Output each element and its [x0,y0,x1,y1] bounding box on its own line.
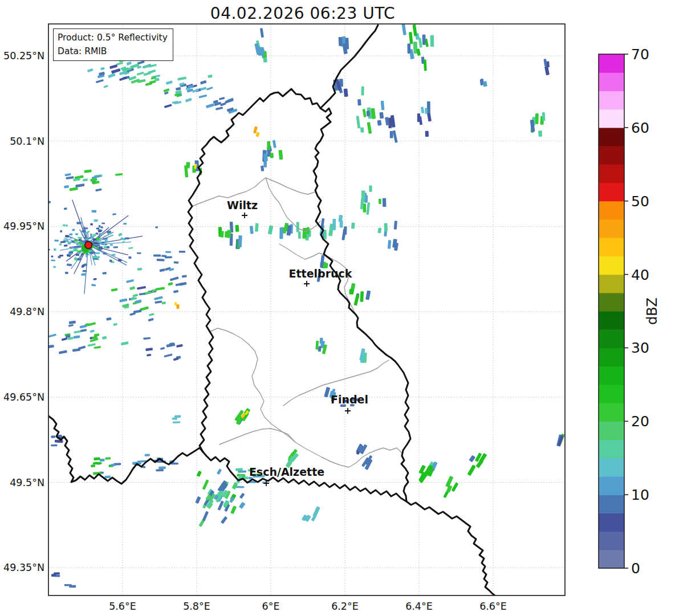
radar-echo [75,183,84,187]
radar-echo [425,131,429,137]
colorbar-band [599,201,624,220]
grid-layer: 5.6°E5.8°E6°E6.2°E6.4°E6.6°E50.25°N50.1°… [3,24,565,612]
radar-echo [83,240,86,243]
radar-echo [270,153,273,158]
radar-echo [173,421,180,423]
colorbar-tick-label: 30 [631,340,649,356]
radar-echo [182,275,187,278]
radar-echo [96,79,104,83]
radar-echo [185,98,192,103]
radar-echo [377,227,381,233]
radar-echo [179,282,186,286]
radar-echo [47,345,54,349]
radar-echo [417,113,420,122]
radar-echo [538,130,542,137]
lat-tick-label: 50.1°N [10,136,44,147]
radar-echo [62,337,68,341]
radar-echo [96,232,98,235]
radar-echo [132,293,138,297]
radar-echo [221,516,227,524]
radar-echo [137,268,143,271]
lon-tick-label: 6.6°E [479,601,507,612]
colorbar-band [599,146,624,165]
radar-echo [93,457,100,460]
radar-echo [59,350,67,354]
country-border-belgium-germany [320,25,378,108]
lon-tick-label: 6°E [262,601,280,612]
radar-echo [77,258,81,260]
radar-echo [206,103,214,108]
radar-echo [90,329,95,333]
radar-echo [202,511,209,521]
colorbar-band [599,275,624,293]
colorbar-tick-label: 10 [631,487,649,503]
city-label: Findel [331,393,368,406]
radar-echo [324,387,330,398]
colorbar-tick-label: 20 [631,413,649,430]
radar-echo [174,261,179,263]
radar-echo [87,68,93,72]
radar-echo [96,238,100,240]
radar-echo [332,219,336,230]
radar-echo [64,173,71,177]
radar-echo [73,335,80,338]
lon-tick-label: 5.6°E [109,601,136,612]
radar-echo [68,252,72,255]
radar-echo [87,343,95,346]
radar-echo [107,246,109,248]
colorbar-band [599,219,624,238]
colorbar-band [599,532,624,550]
radar-echo [424,59,427,71]
radar-echo [111,254,116,256]
radar-echo [381,101,385,111]
radar-echo [80,324,87,328]
radar-echo [261,47,265,55]
radar-echo [339,37,343,46]
colorbar-band [599,348,624,366]
radar-echo [64,207,67,210]
radar-echo [73,178,80,181]
radar-echo [82,230,86,232]
country-border-france-germany [406,501,495,595]
radar-echo [128,247,133,249]
radar-echo [69,187,78,191]
radar-echo [82,264,84,267]
radar-echo [422,35,426,45]
radar-echo [75,233,78,235]
radar-echo [149,80,156,84]
radar-echo [278,150,283,160]
radar-echo [236,486,245,488]
radar-echo [145,454,150,456]
region-border [210,328,402,467]
radar-echo [263,153,268,162]
colorbar-tick-label: 40 [631,267,649,283]
city-marker [304,281,310,287]
radar-echo [469,455,475,463]
radar-echo [393,130,398,142]
radar-echo [93,219,97,222]
colorbar-band [599,164,624,183]
lat-tick-label: 49.65°N [3,391,44,403]
radar-echo [206,87,213,91]
radar-echo [53,266,56,268]
radar-echo [93,234,96,236]
radar-echo [176,344,183,348]
radar-echo [158,466,166,469]
radar-echo [100,459,105,462]
region-border [219,429,295,444]
colorbar-band [599,550,624,569]
lat-tick-label: 50.25°N [3,50,44,62]
radar-echo [363,109,367,117]
radar-echo [47,201,51,203]
colorbar-band [599,293,624,312]
radar-echo [97,256,100,258]
radar-echo [217,468,222,475]
radar-echo [198,95,207,99]
radar-echo [215,107,223,110]
radar-echo [129,286,135,290]
radar-echo [51,574,56,577]
radar-echo [402,23,406,35]
radar-echo [153,254,161,256]
radar-echo [98,230,102,232]
colorbar-band [599,329,624,348]
